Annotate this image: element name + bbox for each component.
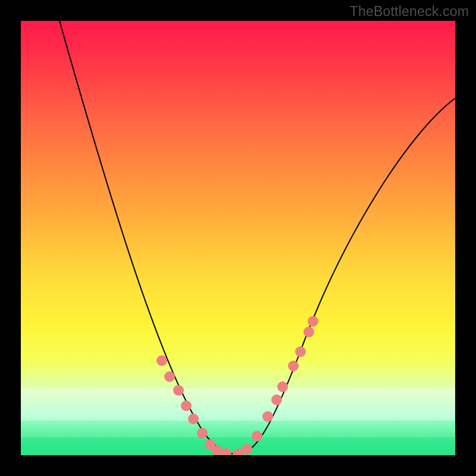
sample-point <box>242 444 252 455</box>
sample-point <box>197 428 208 439</box>
pale-band <box>21 388 455 421</box>
chart-frame: TheBottleneck.com <box>0 0 476 476</box>
sample-point <box>181 400 192 411</box>
sample-point <box>173 385 184 396</box>
chart-svg <box>21 21 455 455</box>
sample-point <box>156 355 167 366</box>
sample-point <box>262 411 273 422</box>
overlay-bands <box>21 388 455 455</box>
sample-point <box>188 414 199 424</box>
sample-point <box>295 346 306 357</box>
sample-point <box>303 327 314 337</box>
sample-point <box>288 361 299 371</box>
sample-point <box>164 371 175 382</box>
sample-point <box>308 316 318 327</box>
sample-point <box>271 394 282 405</box>
watermark-text: TheBottleneck.com <box>350 4 469 20</box>
sample-point <box>252 431 262 441</box>
plot-area <box>21 21 455 455</box>
marker-layer <box>156 316 318 455</box>
sample-point <box>277 381 288 392</box>
